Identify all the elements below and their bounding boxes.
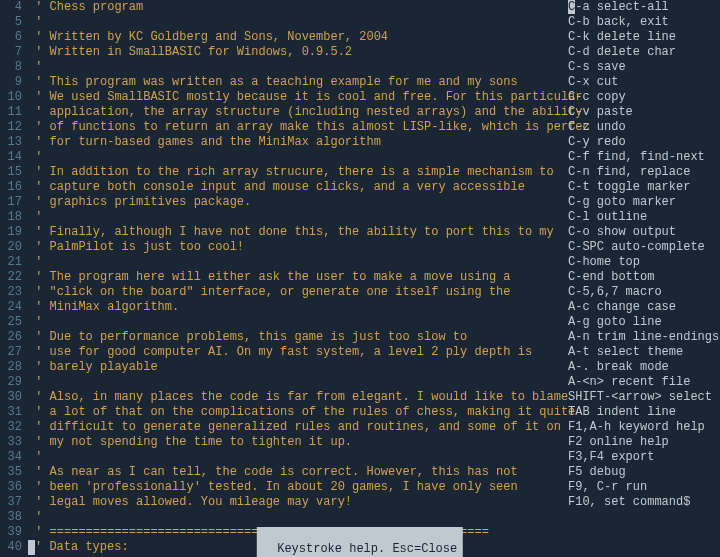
text-cursor bbox=[28, 540, 35, 555]
line-number: 30 bbox=[0, 390, 22, 405]
line-number: 37 bbox=[0, 495, 22, 510]
help-item: F3,F4 export bbox=[568, 450, 720, 465]
line-number: 5 bbox=[0, 15, 22, 30]
line-number: 7 bbox=[0, 45, 22, 60]
line-number: 32 bbox=[0, 420, 22, 435]
line-number: 8 bbox=[0, 60, 22, 75]
line-number: 20 bbox=[0, 240, 22, 255]
help-item: F10, set command$ bbox=[568, 495, 720, 510]
help-item: C-n find, replace bbox=[568, 165, 720, 180]
help-item: F2 online help bbox=[568, 435, 720, 450]
line-number: 36 bbox=[0, 480, 22, 495]
help-item: C-z undo bbox=[568, 120, 720, 135]
help-item: A-g goto line bbox=[568, 315, 720, 330]
line-number: 38 bbox=[0, 510, 22, 525]
help-item: A-t select theme bbox=[568, 345, 720, 360]
help-item: C-SPC auto-complete bbox=[568, 240, 720, 255]
line-number: 39 bbox=[0, 525, 22, 540]
help-item: C-l outline bbox=[568, 210, 720, 225]
help-item: C-5,6,7 macro bbox=[568, 285, 720, 300]
line-number: 24 bbox=[0, 300, 22, 315]
help-item: TAB indent line bbox=[568, 405, 720, 420]
line-number: 9 bbox=[0, 75, 22, 90]
help-item: C-g goto marker bbox=[568, 195, 720, 210]
help-item: C-end bottom bbox=[568, 270, 720, 285]
line-number: 25 bbox=[0, 315, 22, 330]
help-item: F1,A-h keyword help bbox=[568, 420, 720, 435]
help-item: A-n trim line-endings bbox=[568, 330, 720, 345]
line-number: 33 bbox=[0, 435, 22, 450]
help-item: C-y redo bbox=[568, 135, 720, 150]
line-number: 17 bbox=[0, 195, 22, 210]
line-number: 14 bbox=[0, 150, 22, 165]
help-item: C-o show output bbox=[568, 225, 720, 240]
help-item: A-<n> recent file bbox=[568, 375, 720, 390]
code-line[interactable]: ' bbox=[28, 510, 720, 525]
status-bar: Keystroke help. Esc=Close bbox=[257, 527, 463, 557]
line-number: 4 bbox=[0, 0, 22, 15]
help-item: C-v paste bbox=[568, 105, 720, 120]
help-item: C-home top bbox=[568, 255, 720, 270]
line-number: 23 bbox=[0, 285, 22, 300]
line-number: 11 bbox=[0, 105, 22, 120]
status-text: Keystroke help. Esc=Close bbox=[277, 542, 457, 556]
help-item: F9, C-r run bbox=[568, 480, 720, 495]
help-item: F5 debug bbox=[568, 465, 720, 480]
help-item: C-b back, exit bbox=[568, 15, 720, 30]
line-number: 16 bbox=[0, 180, 22, 195]
line-number: 10 bbox=[0, 90, 22, 105]
help-item: C-x cut bbox=[568, 75, 720, 90]
help-item: C-d delete char bbox=[568, 45, 720, 60]
line-number-gutter: 4567891011121314151617181920212223242526… bbox=[0, 0, 28, 557]
help-item: C-c copy bbox=[568, 90, 720, 105]
line-number: 18 bbox=[0, 210, 22, 225]
line-number: 40 bbox=[0, 540, 22, 555]
line-number: 21 bbox=[0, 255, 22, 270]
line-number: 19 bbox=[0, 225, 22, 240]
help-item: C-f find, find-next bbox=[568, 150, 720, 165]
help-item: C-k delete line bbox=[568, 30, 720, 45]
help-item: C-t toggle marker bbox=[568, 180, 720, 195]
line-number: 6 bbox=[0, 30, 22, 45]
line-number: 26 bbox=[0, 330, 22, 345]
help-item: SHIFT-<arrow> select bbox=[568, 390, 720, 405]
line-number: 35 bbox=[0, 465, 22, 480]
line-number: 12 bbox=[0, 120, 22, 135]
line-number: 28 bbox=[0, 360, 22, 375]
line-number: 15 bbox=[0, 165, 22, 180]
help-item: A-c change case bbox=[568, 300, 720, 315]
help-item: C-s save bbox=[568, 60, 720, 75]
help-item: C-a select-all bbox=[568, 0, 720, 15]
line-number: 29 bbox=[0, 375, 22, 390]
line-number: 31 bbox=[0, 405, 22, 420]
line-number: 27 bbox=[0, 345, 22, 360]
keystroke-help-panel: C-a select-allC-b back, exitC-k delete l… bbox=[568, 0, 720, 510]
help-item: A-. break mode bbox=[568, 360, 720, 375]
line-number: 22 bbox=[0, 270, 22, 285]
line-number: 34 bbox=[0, 450, 22, 465]
line-number: 13 bbox=[0, 135, 22, 150]
